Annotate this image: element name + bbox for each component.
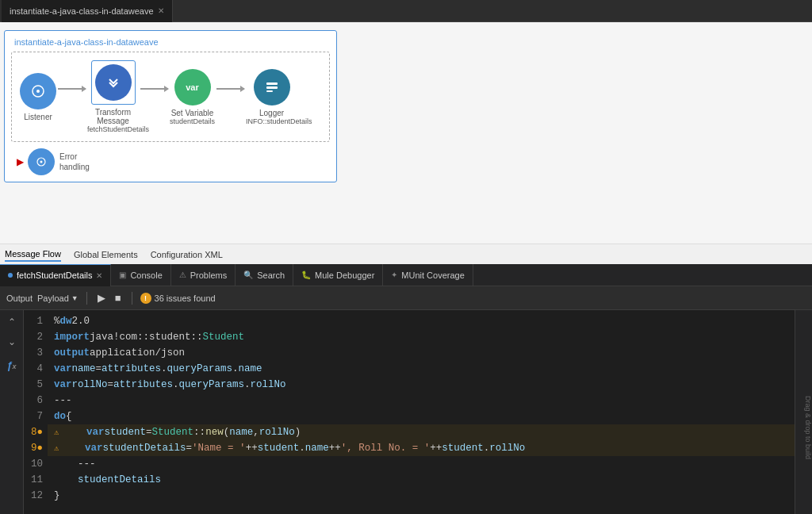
listener-label: Listener (24, 113, 52, 121)
tab-fetch-student[interactable]: fetchStudentDetails ✕ (0, 264, 111, 286)
code-line-4: var name = attributes.queryParams.name (48, 361, 795, 377)
arrow-2 (140, 88, 168, 90)
code-line-11: studentDetails (48, 472, 795, 488)
drag-drop-panel: Drag & drop to build (795, 310, 812, 514)
logger-component[interactable]: Logger INFO::studentDetails (246, 69, 297, 125)
close-fetch-tab-icon[interactable]: ✕ (96, 271, 102, 280)
top-tab-bar: instantiate-a-java-class-in-dataweave ✕ (0, 0, 812, 22)
setvar-component[interactable]: var Set Variable studentDetails (170, 69, 215, 125)
tab-search[interactable]: 🔍 Search (236, 264, 293, 286)
svg-rect-2 (266, 82, 278, 85)
fetch-tab-label: fetchStudentDetails (17, 270, 92, 280)
issues-circle-icon: ! (140, 293, 151, 304)
arrow-1 (58, 88, 86, 90)
tab-coverage[interactable]: ✦ MUnit Coverage (383, 264, 473, 286)
console-icon: ▣ (119, 270, 126, 279)
issues-count: 36 issues found (155, 293, 216, 303)
canvas-tab-global-elements[interactable]: Global Elements (74, 248, 138, 261)
tab-problems[interactable]: ⚠ Problems (171, 264, 236, 286)
problems-tab-label: Problems (190, 270, 227, 280)
code-line-8: ⚠ var student = Student::new(name,rollNo… (48, 424, 795, 440)
error-section: ▶ Errorhandling (11, 148, 330, 175)
flow-inner-box: Listener Transform Message fetchStudentD… (11, 52, 330, 142)
svg-point-1 (36, 90, 40, 93)
line-numbers: 1 2 3 4 5 6 7 8● 9● 10 11 12 (24, 310, 48, 514)
code-line-1: %dw 2.0 (48, 313, 795, 329)
console-tab-label: Console (130, 270, 162, 280)
close-tab-icon[interactable]: ✕ (158, 6, 164, 15)
code-line-3: output application/json (48, 345, 795, 361)
canvas-tab-config-xml[interactable]: Configuration XML (151, 248, 223, 261)
collapse-btn[interactable]: ⌃ (3, 313, 21, 331)
transform-icon (95, 64, 132, 101)
main-file-tab-label: instantiate-a-java-class-in-dataweave (10, 6, 154, 16)
transform-sublabel: fetchStudentDetails (87, 125, 139, 133)
payload-label: Payload (37, 293, 69, 303)
logger-label: Logger (259, 109, 284, 117)
code-content[interactable]: %dw 2.0 import java!com::student::Studen… (48, 310, 795, 514)
search-icon: 🔍 (243, 270, 253, 279)
run-button[interactable]: ▶ (95, 290, 108, 305)
listener-component[interactable]: Listener (20, 73, 56, 121)
svg-rect-4 (266, 90, 273, 92)
left-sidebar: ⌃ ⌄ ƒx (0, 310, 24, 514)
transform-label: Transform Message (90, 108, 137, 125)
output-label: Output (6, 293, 33, 303)
drag-drop-label: Drag & drop to build (804, 396, 812, 459)
canvas-area: instantiate-a-java-class-in-dataweave Li… (0, 22, 812, 264)
code-area[interactable]: 1 2 3 4 5 6 7 8● 9● 10 11 12 %dw 2.0 (24, 310, 795, 514)
func-icon-wrapper: ƒx (6, 359, 16, 371)
code-line-9: ⚠ var studentDetails = 'Name = ' ++ stud… (48, 440, 795, 456)
stop-button[interactable]: ■ (113, 290, 124, 305)
transform-component[interactable]: Transform Message fetchStudentDetails (87, 60, 139, 133)
expand-btn[interactable]: ⌄ (3, 333, 21, 351)
code-line-2: import java!com::student::Student (48, 329, 795, 345)
editor-tab-bar: fetchStudentDetails ✕ ▣ Console ⚠ Proble… (0, 264, 812, 286)
tab-debugger[interactable]: 🐛 Mule Debugger (293, 264, 383, 286)
toolbar-separator-1 (86, 292, 87, 305)
listener-icon (20, 73, 56, 109)
debugger-icon: 🐛 (301, 270, 311, 279)
svg-rect-3 (266, 86, 278, 89)
editor-toolbar: Output Payload ▼ ▶ ■ ! 36 issues found (0, 286, 812, 310)
code-line-5: var rollNo = attributes.queryParams.roll… (48, 377, 795, 393)
payload-chevron-icon: ▼ (71, 294, 79, 302)
fetch-tab-dot (8, 273, 13, 278)
arrow-3 (216, 88, 244, 90)
code-line-12: } (48, 488, 795, 504)
canvas-tab-message-flow[interactable]: Message Flow (5, 247, 61, 262)
function-icon: ƒx (6, 359, 16, 371)
search-tab-label: Search (257, 270, 285, 280)
main-file-tab[interactable]: instantiate-a-java-class-in-dataweave ✕ (2, 0, 173, 22)
logger-icon (254, 69, 290, 105)
logger-sublabel: INFO::studentDetails (246, 117, 297, 125)
setvar-sublabel: studentDetails (170, 117, 215, 125)
coverage-icon: ✦ (391, 270, 397, 279)
setvar-label: Set Variable (171, 109, 214, 117)
editor-section: fetchStudentDetails ✕ ▣ Console ⚠ Proble… (0, 264, 812, 514)
transform-selected-box (91, 60, 136, 105)
error-icon (28, 148, 55, 175)
error-arrow-icon: ▶ (17, 156, 23, 167)
setvar-icon: var (174, 69, 211, 105)
flow-outer-label: instantiate-a-java-class-in-dataweave (11, 37, 330, 47)
error-label: Errorhandling (59, 152, 90, 172)
code-line-10: --- (48, 456, 795, 472)
tab-console[interactable]: ▣ Console (111, 264, 170, 286)
canvas-bottom-tabs: Message Flow Global Elements Configurati… (0, 244, 812, 264)
flow-container: instantiate-a-java-class-in-dataweave Li… (4, 30, 808, 240)
code-line-6: --- (48, 393, 795, 409)
editor-body: ⌃ ⌄ ƒx 1 2 3 4 5 6 7 8● 9● 10 11 12 (0, 310, 812, 514)
toolbar-separator-2 (132, 292, 132, 305)
problems-icon: ⚠ (179, 270, 186, 279)
payload-dropdown[interactable]: Payload ▼ (37, 293, 79, 303)
code-line-7: do { (48, 409, 795, 424)
debugger-tab-label: Mule Debugger (315, 270, 374, 280)
flow-outer-box: instantiate-a-java-class-in-dataweave Li… (4, 30, 337, 182)
coverage-tab-label: MUnit Coverage (401, 270, 464, 280)
issues-badge: ! 36 issues found (140, 293, 216, 304)
svg-point-6 (40, 161, 43, 163)
